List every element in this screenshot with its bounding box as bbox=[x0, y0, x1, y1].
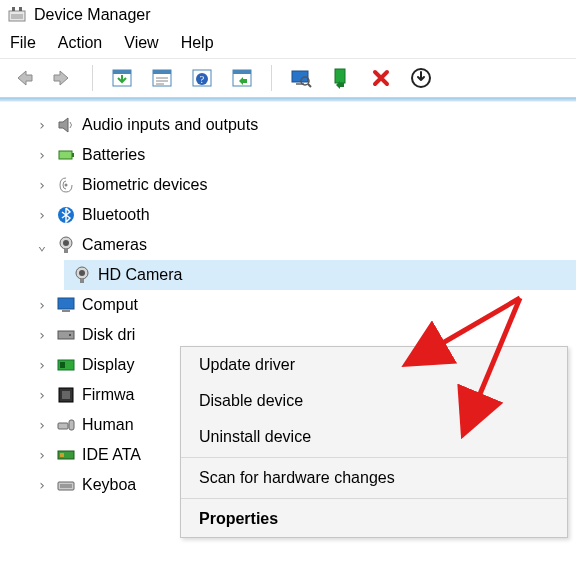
properties-toolbar-icon[interactable] bbox=[149, 65, 175, 91]
context-menu-disable-device[interactable]: Disable device bbox=[181, 383, 567, 419]
tree-node-label: Firmwa bbox=[82, 387, 134, 403]
camera-icon bbox=[56, 235, 76, 255]
uninstall-device-toolbar-icon[interactable] bbox=[368, 65, 394, 91]
chevron-right-icon[interactable]: › bbox=[34, 147, 50, 163]
svg-rect-5 bbox=[113, 70, 131, 74]
svg-rect-29 bbox=[64, 249, 68, 253]
menu-file[interactable]: File bbox=[10, 34, 36, 52]
svg-rect-41 bbox=[58, 423, 68, 429]
svg-rect-16 bbox=[233, 70, 251, 74]
tree-node-audio[interactable]: › Audio inputs and outputs bbox=[30, 110, 576, 140]
hid-icon bbox=[56, 415, 76, 435]
chevron-right-icon[interactable]: › bbox=[34, 207, 50, 223]
svg-point-36 bbox=[69, 334, 71, 336]
svg-point-31 bbox=[79, 270, 85, 276]
context-menu-update-driver[interactable]: Update driver bbox=[181, 347, 567, 383]
svg-rect-23 bbox=[59, 151, 72, 159]
toolbar: ? bbox=[0, 59, 576, 98]
tree-node-label: HD Camera bbox=[98, 267, 182, 283]
svg-rect-38 bbox=[60, 362, 65, 368]
help-toolbar-icon[interactable]: ? bbox=[189, 65, 215, 91]
chevron-right-icon[interactable]: › bbox=[34, 117, 50, 133]
tree-node-label: Comput bbox=[82, 297, 138, 313]
tree-node-label: Keyboa bbox=[82, 477, 136, 493]
display-adapter-icon bbox=[56, 355, 76, 375]
svg-point-28 bbox=[63, 240, 69, 246]
svg-rect-8 bbox=[153, 70, 171, 74]
disk-drive-icon bbox=[56, 325, 76, 345]
monitor-icon bbox=[56, 295, 76, 315]
forward-icon[interactable] bbox=[50, 65, 76, 91]
menubar: File Action View Help bbox=[0, 28, 576, 59]
tree-node-label: Batteries bbox=[82, 147, 145, 163]
fingerprint-icon bbox=[56, 175, 76, 195]
bluetooth-icon bbox=[56, 205, 76, 225]
svg-rect-33 bbox=[58, 298, 74, 309]
svg-rect-2 bbox=[19, 7, 22, 11]
menu-view[interactable]: View bbox=[124, 34, 158, 52]
tree-node-biometric[interactable]: › Biometric devices bbox=[30, 170, 576, 200]
menu-action[interactable]: Action bbox=[58, 34, 102, 52]
chevron-right-icon[interactable]: › bbox=[34, 387, 50, 403]
camera-icon bbox=[72, 265, 92, 285]
chevron-right-icon[interactable]: › bbox=[34, 357, 50, 373]
update-driver-toolbar-icon[interactable] bbox=[408, 65, 434, 91]
scan-hardware-toolbar-icon[interactable] bbox=[229, 65, 255, 91]
window-title: Device Manager bbox=[34, 6, 151, 24]
toolbar-separator bbox=[92, 65, 93, 91]
svg-rect-21 bbox=[335, 69, 345, 83]
context-menu-properties[interactable]: Properties bbox=[181, 501, 567, 537]
speaker-icon bbox=[56, 115, 76, 135]
tree-node-label: IDE ATA bbox=[82, 447, 141, 463]
tree-node-hd-camera[interactable]: HD Camera bbox=[64, 260, 576, 290]
tree-node-cameras[interactable]: ⌄ Cameras bbox=[30, 230, 576, 260]
battery-icon bbox=[56, 145, 76, 165]
ide-controller-icon bbox=[56, 445, 76, 465]
context-menu: Update driver Disable device Uninstall d… bbox=[180, 346, 568, 538]
menu-help[interactable]: Help bbox=[181, 34, 214, 52]
svg-rect-24 bbox=[72, 153, 74, 157]
chevron-right-icon[interactable]: › bbox=[34, 177, 50, 193]
svg-line-20 bbox=[308, 84, 311, 87]
svg-text:?: ? bbox=[200, 74, 205, 85]
tree-node-label: Audio inputs and outputs bbox=[82, 117, 258, 133]
remote-computer-icon[interactable] bbox=[288, 65, 314, 91]
svg-rect-32 bbox=[80, 279, 84, 283]
titlebar: Device Manager bbox=[0, 0, 576, 28]
app-icon bbox=[8, 6, 26, 24]
context-menu-scan-hardware[interactable]: Scan for hardware changes bbox=[181, 460, 567, 496]
tree-node-computer[interactable]: › Comput bbox=[30, 290, 576, 320]
show-hide-console-tree-icon[interactable] bbox=[109, 65, 135, 91]
svg-rect-34 bbox=[62, 310, 70, 312]
keyboard-icon bbox=[56, 475, 76, 495]
context-menu-uninstall-device[interactable]: Uninstall device bbox=[181, 419, 567, 455]
context-menu-separator bbox=[181, 498, 567, 499]
svg-rect-3 bbox=[11, 14, 23, 19]
svg-rect-1 bbox=[12, 7, 15, 11]
chevron-right-icon[interactable]: › bbox=[34, 447, 50, 463]
tree-node-label: Bluetooth bbox=[82, 207, 150, 223]
tree-node-batteries[interactable]: › Batteries bbox=[30, 140, 576, 170]
svg-rect-44 bbox=[60, 453, 64, 457]
tree-node-label: Display bbox=[82, 357, 134, 373]
svg-point-25 bbox=[65, 184, 68, 187]
chevron-right-icon[interactable]: › bbox=[34, 417, 50, 433]
toolbar-separator bbox=[271, 65, 272, 91]
tree-node-label: Human bbox=[82, 417, 134, 433]
context-menu-separator bbox=[181, 457, 567, 458]
svg-rect-40 bbox=[62, 391, 70, 399]
chevron-right-icon[interactable]: › bbox=[34, 297, 50, 313]
tree-node-label: Disk dri bbox=[82, 327, 135, 343]
svg-rect-45 bbox=[58, 482, 74, 490]
tree-node-label: Biometric devices bbox=[82, 177, 207, 193]
enable-device-icon[interactable] bbox=[328, 65, 354, 91]
firmware-icon bbox=[56, 385, 76, 405]
tree-node-bluetooth[interactable]: › Bluetooth bbox=[30, 200, 576, 230]
svg-rect-35 bbox=[58, 331, 74, 339]
tree-node-label: Cameras bbox=[82, 237, 147, 253]
chevron-down-icon[interactable]: ⌄ bbox=[34, 237, 50, 253]
chevron-right-icon[interactable]: › bbox=[34, 477, 50, 493]
back-icon[interactable] bbox=[10, 65, 36, 91]
chevron-right-icon[interactable]: › bbox=[34, 327, 50, 343]
svg-rect-42 bbox=[69, 420, 74, 430]
